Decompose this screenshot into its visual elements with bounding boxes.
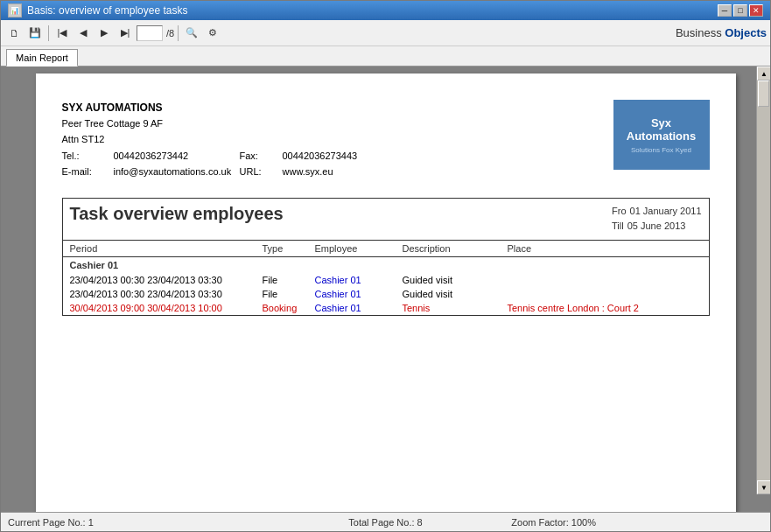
type-cell: File [263,275,315,285]
description-cell: Guided visit [403,275,508,285]
fax-value: 00442036273443 [283,149,358,164]
employee-cell: Cashier 01 [315,303,403,313]
table-row: 23/04/2013 00:30 23/04/2013 03:30 File C… [63,287,709,301]
col-period: Period [70,243,263,254]
description-cell: Guided visit [403,289,508,299]
logo-name: Syx Automations [620,116,703,143]
page-total: /8 [166,28,174,38]
report-page: SYX AUTOMATIONS Peer Tree Cottage 9 AF A… [36,74,736,512]
search-button[interactable]: 🔍 [182,24,201,43]
task-table: Task overview employees Fro 01 January 2… [62,198,710,316]
place-cell [508,289,702,299]
type-cell: Booking [263,303,315,313]
company-address2: Attn ST12 [62,132,358,148]
scroll-down-button[interactable]: ▼ [757,480,770,494]
toolbar-separator-1 [48,25,49,41]
next-page-button[interactable]: ▶ [95,24,114,43]
col-place: Place [508,243,702,254]
place-cell: Tennis centre London : Court 2 [508,303,702,313]
maximize-button[interactable]: □ [733,4,747,17]
col-description: Description [403,243,508,254]
close-button[interactable]: ✕ [749,4,763,17]
url-label: URL: [240,164,279,180]
new-button[interactable]: 🗋 [4,24,24,43]
tel-label: Tel.: [62,149,110,164]
column-headers: Period Type Employee Description Place [63,241,709,257]
from-date: 01 January 2011 [630,204,702,220]
period-cell: 23/04/2013 00:30 23/04/2013 03:30 [70,289,263,299]
url-value: www.syx.eu [283,164,358,180]
minimize-button[interactable]: ─ [718,4,732,17]
table-row: 30/04/2013 09:00 30/04/2013 10:00 Bookin… [63,301,709,315]
email-value: info@syxautomations.co.uk [114,164,236,180]
logo-tagline: Solutions Fox Kyed [631,146,691,154]
report-title: Task overview employees [70,204,284,224]
type-cell: File [263,289,315,299]
till-date: 05 June 2013 [627,219,686,234]
company-name: SYX AUTOMATIONS [62,100,358,116]
table-row: 23/04/2013 00:30 23/04/2013 03:30 File C… [63,273,709,287]
till-label: Till [612,219,624,234]
save-button[interactable]: 💾 [25,24,45,43]
window-title: Basis: overview of employee tasks [27,4,187,17]
page-number-input[interactable]: 1 [137,25,163,41]
settings-button[interactable]: ⚙ [203,24,222,43]
period-cell: 30/04/2013 09:00 30/04/2013 10:00 [70,303,263,313]
tab-bar: Main Report [1,46,770,66]
employee-cell: Cashier 01 [315,275,403,285]
task-header: Task overview employees Fro 01 January 2… [63,199,709,241]
col-type: Type [263,243,315,254]
group-header-cashier01: Cashier 01 [63,257,709,273]
first-page-button[interactable]: |◀ [53,24,72,43]
title-bar-left: 📊 Basis: overview of employee tasks [8,4,187,18]
description-cell: Tennis [403,303,508,313]
scroll-thumb[interactable] [758,80,769,107]
prev-page-button[interactable]: ◀ [74,24,93,43]
scroll-track[interactable] [757,80,770,480]
email-label: E-mail: [62,164,110,180]
main-window: 📊 Basis: overview of employee tasks ─ □ … [0,0,771,532]
toolbar: 🗋 💾 |◀ ◀ ▶ ▶| 1 /8 🔍 ⚙ Business Objects [1,20,770,46]
fax-label: Fax: [240,149,279,164]
from-label: Fro [612,204,627,220]
date-range: Fro 01 January 2011 Till 05 June 2013 [612,204,701,234]
window-controls: ─ □ ✕ [718,4,763,17]
business-objects-logo: Business Objects [676,26,767,39]
place-cell [508,275,702,285]
last-page-button[interactable]: ▶| [116,24,135,43]
scroll-up-button[interactable]: ▲ [757,66,770,80]
company-header: SYX AUTOMATIONS Peer Tree Cottage 9 AF A… [62,100,710,180]
current-page-status: Current Page No.: 1 [8,517,260,528]
company-logo: Syx Automations Solutions Fox Kyed [613,100,710,170]
tab-main-report[interactable]: Main Report [6,49,78,66]
status-bar: Current Page No.: 1 Total Page No.: 8 Zo… [1,512,770,531]
title-bar: 📊 Basis: overview of employee tasks ─ □ … [1,1,770,20]
from-row: Fro 01 January 2011 [612,204,701,220]
employee-cell: Cashier 01 [315,289,403,299]
till-row: Till 05 June 2013 [612,219,701,234]
toolbar-separator-2 [178,25,179,41]
tel-value: 00442036273442 [114,149,236,164]
total-page-status: Total Page No.: 8 [260,517,512,528]
content-area: SYX AUTOMATIONS Peer Tree Cottage 9 AF A… [1,66,770,512]
period-cell: 23/04/2013 00:30 23/04/2013 03:30 [70,275,263,285]
col-employee: Employee [315,243,403,254]
company-address1: Peer Tree Cottage 9 AF [62,116,358,132]
zoom-status: Zoom Factor: 100% [511,517,763,528]
window-icon: 📊 [8,4,22,18]
vertical-scrollbar[interactable]: ▲ ▼ [756,66,770,494]
company-info: SYX AUTOMATIONS Peer Tree Cottage 9 AF A… [62,100,358,180]
